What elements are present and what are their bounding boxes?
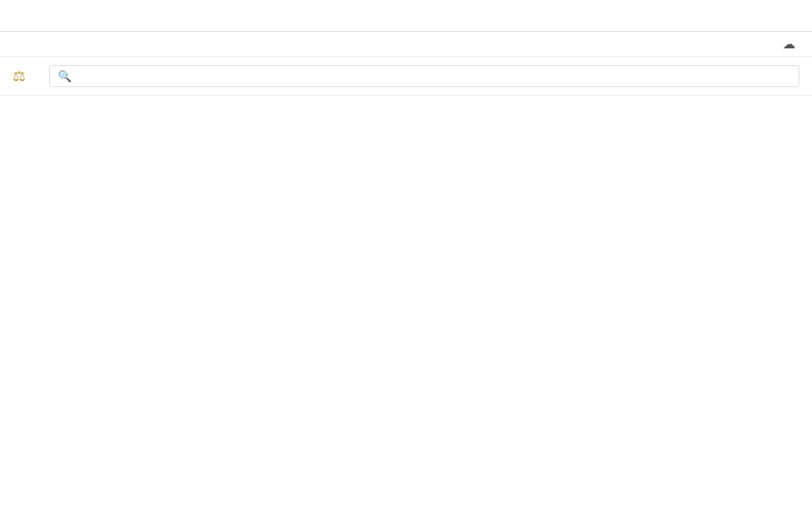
toolbar: ☁	[0, 32, 812, 57]
compare-search-icon: 🔍	[58, 70, 71, 82]
results-list	[0, 96, 812, 516]
compare-input[interactable]	[76, 71, 791, 82]
compare-icon: ⚖	[13, 67, 25, 85]
export-button[interactable]: ☁	[783, 36, 799, 52]
compare-bar: ⚖ 🔍	[0, 57, 812, 96]
tabs-bar	[0, 0, 812, 32]
compare-input-wrap: 🔍	[49, 65, 799, 87]
cloud-icon: ☁	[783, 36, 795, 52]
